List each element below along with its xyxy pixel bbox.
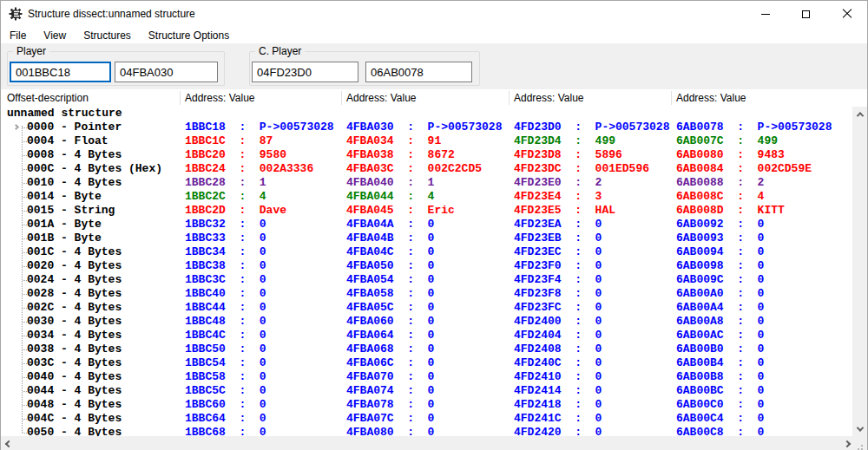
address-value-cell[interactable]: 6AB00C8 : 0 bbox=[671, 426, 854, 436]
address-value-cell[interactable]: 6AB00BC : 0 bbox=[671, 384, 854, 398]
close-button[interactable] bbox=[826, 1, 867, 27]
header-offset-description[interactable]: Offset-description bbox=[7, 92, 89, 104]
address-value-cell[interactable]: 6AB00A0 : 0 bbox=[671, 287, 854, 301]
tree-row[interactable]: 0015 - String bbox=[1, 204, 180, 218]
address-value-cell[interactable]: 6AB00AC : 0 bbox=[671, 329, 854, 342]
address-value-cell[interactable]: 4FBA040 : 1 bbox=[341, 176, 509, 190]
address-value-cell[interactable]: 1BBC64 : 0 bbox=[180, 412, 341, 426]
address-value-cell[interactable]: 4FBA068 : 0 bbox=[341, 342, 509, 356]
address-value-cell[interactable]: 4FD2400 : 0 bbox=[509, 315, 671, 329]
address-value-cell[interactable]: 4FD23D4 : 499 bbox=[509, 134, 671, 148]
address-value-cell[interactable]: 4FD2404 : 0 bbox=[509, 329, 671, 342]
vertical-scrollbar[interactable] bbox=[852, 107, 867, 436]
address-value-cell[interactable]: 6AB0084 : 002CD59E bbox=[671, 162, 854, 176]
menu-structures[interactable]: Structures bbox=[75, 28, 140, 43]
tree-row[interactable]: 0034 - 4 Bytes bbox=[1, 329, 180, 342]
address-value-cell[interactable]: 1BBC18 : P->00573028 bbox=[180, 121, 341, 134]
tree-row[interactable]: 0004 - Float bbox=[1, 134, 180, 148]
address-value-cell[interactable]: 1BBC24 : 002A3336 bbox=[180, 162, 341, 176]
tree-row[interactable]: 002C - 4 Bytes bbox=[1, 301, 180, 315]
header-address-value-1[interactable]: Address: Value bbox=[185, 92, 255, 104]
tree-row[interactable]: 003C - 4 Bytes bbox=[1, 356, 180, 370]
address-value-cell[interactable]: 4FD23D8 : 5896 bbox=[509, 148, 671, 162]
address-value-cell[interactable]: 4FBA07C : 0 bbox=[341, 412, 509, 426]
address-value-cell[interactable]: 1BBC5C : 0 bbox=[180, 384, 341, 398]
address-value-cell[interactable]: 4FD23E5 : HAL bbox=[509, 204, 671, 218]
address-value-cell[interactable]: 4FBA034 : 91 bbox=[341, 134, 509, 148]
address-value-cell[interactable]: 6AB0092 : 0 bbox=[671, 218, 854, 232]
address-value-cell[interactable]: 4FBA044 : 4 bbox=[341, 190, 509, 204]
address-value-cell[interactable]: 4FD2420 : 0 bbox=[509, 426, 671, 436]
tree-row[interactable]: 0038 - 4 Bytes bbox=[1, 342, 180, 356]
tree-row[interactable]: 0040 - 4 Bytes bbox=[1, 370, 180, 384]
address-value-cell[interactable]: 4FD2418 : 0 bbox=[509, 398, 671, 412]
address-value-cell[interactable]: 6AB007C : 499 bbox=[671, 134, 854, 148]
scroll-left-button[interactable] bbox=[1, 436, 16, 450]
address-value-cell[interactable]: 6AB0080 : 9483 bbox=[671, 148, 854, 162]
c-player-address-1-input[interactable] bbox=[252, 62, 358, 82]
tree-row[interactable]: 0008 - 4 Bytes bbox=[1, 148, 180, 162]
address-value-cell[interactable]: 4FBA050 : 0 bbox=[341, 259, 509, 273]
address-value-cell[interactable]: 4FBA074 : 0 bbox=[341, 384, 509, 398]
address-value-cell[interactable]: 4FBA03C : 002C2CD5 bbox=[341, 162, 509, 176]
address-value-cell[interactable]: 6AB00A4 : 0 bbox=[671, 301, 854, 315]
address-value-cell[interactable]: 4FD23D0 : P->00573028 bbox=[509, 121, 671, 134]
player-address-2-input[interactable] bbox=[115, 62, 218, 82]
address-value-cell[interactable]: 6AB009C : 0 bbox=[671, 273, 854, 287]
address-value-cell[interactable]: 6AB0094 : 0 bbox=[671, 245, 854, 259]
address-value-cell[interactable]: 6AB00C4 : 0 bbox=[671, 412, 854, 426]
tree-row[interactable]: 0044 - 4 Bytes bbox=[1, 384, 180, 398]
header-address-value-3[interactable]: Address: Value bbox=[514, 92, 584, 104]
address-value-cell[interactable]: 1BBC4C : 0 bbox=[180, 329, 341, 342]
tree-row[interactable]: 0050 - 4 Bytes bbox=[1, 426, 180, 436]
tree-row[interactable]: 001B - Byte bbox=[1, 232, 180, 245]
address-value-cell[interactable]: 4FBA030 : P->00573028 bbox=[341, 121, 509, 134]
maximize-button[interactable] bbox=[786, 1, 826, 27]
tree-row[interactable]: 0010 - 4 Bytes bbox=[1, 176, 180, 190]
address-value-cell[interactable]: 1BBC40 : 0 bbox=[180, 287, 341, 301]
address-value-cell[interactable]: 1BBC38 : 0 bbox=[180, 259, 341, 273]
tree-row[interactable]: 001A - Byte bbox=[1, 218, 180, 232]
scroll-up-button[interactable] bbox=[852, 107, 867, 121]
address-value-cell[interactable]: 4FD2408 : 0 bbox=[509, 342, 671, 356]
address-value-cell[interactable]: 4FD240C : 0 bbox=[509, 356, 671, 370]
tree-row[interactable]: 0014 - Byte bbox=[1, 190, 180, 204]
address-value-cell[interactable]: 1BBC58 : 0 bbox=[180, 370, 341, 384]
header-address-value-2[interactable]: Address: Value bbox=[346, 92, 417, 104]
address-value-cell[interactable]: 1BBC54 : 0 bbox=[180, 356, 341, 370]
address-value-cell[interactable]: 4FD23E4 : 3 bbox=[509, 190, 671, 204]
tree-row[interactable]: 0028 - 4 Bytes bbox=[1, 287, 180, 301]
address-value-cell[interactable]: 4FBA04B : 0 bbox=[341, 232, 509, 245]
address-value-cell[interactable]: 1BBC60 : 0 bbox=[180, 398, 341, 412]
address-value-cell[interactable]: 4FBA054 : 0 bbox=[341, 273, 509, 287]
address-value-cell[interactable]: 4FD23F0 : 0 bbox=[509, 259, 671, 273]
address-value-cell[interactable]: 1BBC48 : 0 bbox=[180, 315, 341, 329]
resize-grip[interactable] bbox=[852, 436, 867, 450]
address-value-cell[interactable]: 4FD2410 : 0 bbox=[509, 370, 671, 384]
address-value-cell[interactable]: 4FD241C : 0 bbox=[509, 412, 671, 426]
address-value-cell[interactable]: 4FBA05C : 0 bbox=[341, 301, 509, 315]
address-value-cell[interactable]: 1BBC32 : 0 bbox=[180, 218, 341, 232]
address-value-cell[interactable]: 6AB00B4 : 0 bbox=[671, 356, 854, 370]
address-value-cell[interactable]: 6AB00B8 : 0 bbox=[671, 370, 854, 384]
minimize-button[interactable] bbox=[745, 1, 786, 27]
address-value-cell[interactable]: 4FBA038 : 8672 bbox=[341, 148, 509, 162]
address-value-cell[interactable]: 4FBA06C : 0 bbox=[341, 356, 509, 370]
address-value-cell[interactable]: 4FD23EA : 0 bbox=[509, 218, 671, 232]
tree-row[interactable]: 000C - 4 Bytes (Hex) bbox=[1, 162, 180, 176]
address-value-cell[interactable]: 1BBC33 : 0 bbox=[180, 232, 341, 245]
menu-structure-options[interactable]: Structure Options bbox=[140, 28, 238, 43]
player-address-1-input[interactable] bbox=[10, 62, 111, 82]
horizontal-scrollbar[interactable] bbox=[1, 436, 854, 450]
address-value-cell[interactable]: 1BBC2C : 4 bbox=[180, 190, 341, 204]
menu-file[interactable]: File bbox=[1, 28, 35, 43]
scroll-down-button[interactable] bbox=[852, 421, 867, 436]
address-value-cell[interactable]: 4FD2414 : 0 bbox=[509, 384, 671, 398]
address-value-cell[interactable]: 6AB008C : 4 bbox=[671, 190, 854, 204]
address-value-cell[interactable]: 6AB0078 : P->00573028 bbox=[671, 121, 854, 134]
address-value-cell[interactable]: 4FBA058 : 0 bbox=[341, 287, 509, 301]
tree-root[interactable]: unnamed structure bbox=[1, 107, 180, 121]
address-value-cell[interactable]: 4FBA078 : 0 bbox=[341, 398, 509, 412]
address-value-cell[interactable]: 1BBC20 : 9580 bbox=[180, 148, 341, 162]
address-value-cell[interactable]: 4FBA04C : 0 bbox=[341, 245, 509, 259]
